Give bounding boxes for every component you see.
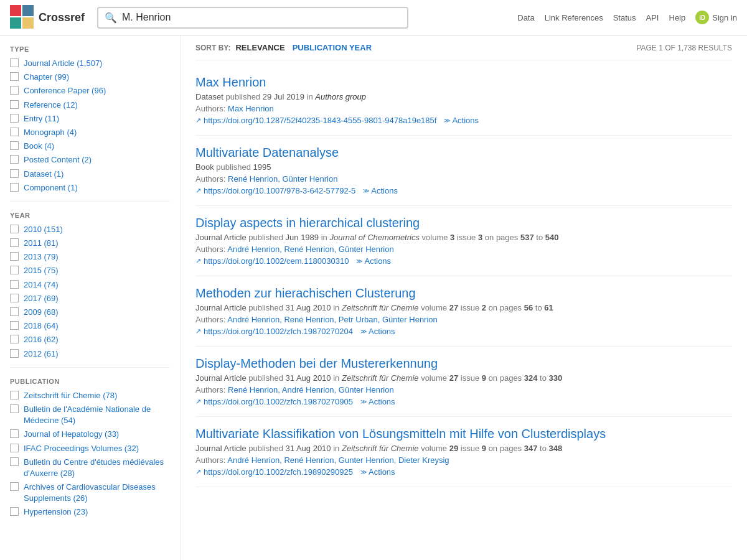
sidebar: TYPE Journal Article (1,507)Chapter (99)… — [0, 35, 181, 560]
result-title[interactable]: Display aspects in hierarchical clusteri… — [195, 216, 732, 230]
year-filter-item[interactable]: 2013 (79) — [10, 251, 170, 263]
year-checkbox[interactable] — [10, 225, 19, 233]
actions-button[interactable]: ≫ Actions — [444, 116, 479, 125]
result-authors: Authors: René Henrion, Günter Henrion — [195, 174, 732, 184]
year-filter-item[interactable]: 2010 (151) — [10, 224, 170, 235]
type-checkbox[interactable] — [10, 72, 19, 81]
type-section-title: TYPE — [10, 45, 170, 53]
doi-link[interactable]: ↗ https://doi.org/10.1287/52f40235-1843-… — [195, 116, 436, 125]
nav-data[interactable]: Data — [517, 13, 534, 22]
search-bar[interactable]: 🔍 — [97, 7, 408, 29]
year-filter-label: 2009 (68) — [24, 307, 59, 318]
result-title[interactable]: Multivariate Klassifikation von Lösungsm… — [195, 427, 732, 441]
year-checkbox[interactable] — [10, 280, 19, 289]
year-filter-item[interactable]: 2014 (74) — [10, 279, 170, 291]
publication-filter-item[interactable]: Bulletin du Centre d'études médiévales d… — [10, 457, 170, 479]
year-checkbox[interactable] — [10, 335, 19, 343]
actions-button[interactable]: ≫ Actions — [360, 397, 395, 406]
publication-filter-item[interactable]: Journal of Hepatology (33) — [10, 429, 170, 440]
type-checkbox[interactable] — [10, 183, 19, 192]
year-checkbox[interactable] — [10, 294, 19, 302]
doi-link[interactable]: ↗ https://doi.org/10.1002/zfch.198702709… — [195, 397, 353, 406]
result-item: Methoden zur hierachischen Clusterung Jo… — [195, 276, 732, 347]
type-filter-item[interactable]: Book (4) — [10, 141, 170, 152]
nav-status[interactable]: Status — [613, 13, 636, 22]
type-filter-item[interactable]: Conference Paper (96) — [10, 85, 170, 96]
publication-filter-item[interactable]: Archives of Cardiovascular Diseases Supp… — [10, 482, 170, 504]
type-checkbox[interactable] — [10, 169, 19, 178]
pub-checkbox[interactable] — [10, 482, 19, 491]
type-checkbox[interactable] — [10, 155, 19, 164]
search-input[interactable] — [122, 12, 401, 23]
year-filter-item[interactable]: 2016 (62) — [10, 334, 170, 345]
type-checkbox[interactable] — [10, 128, 19, 136]
pub-checkbox[interactable] — [10, 444, 19, 452]
type-filter-item[interactable]: Entry (11) — [10, 113, 170, 124]
svg-rect-1 — [22, 5, 34, 16]
year-filter-item[interactable]: 2009 (68) — [10, 307, 170, 318]
actions-button[interactable]: ≫ Actions — [356, 256, 391, 266]
sign-in-button[interactable]: iD Sign in — [695, 11, 737, 24]
result-title[interactable]: Multivariate Datenanalyse — [195, 146, 732, 160]
result-item: Display aspects in hierarchical clusteri… — [195, 206, 732, 276]
year-checkbox[interactable] — [10, 252, 19, 261]
doi-link[interactable]: ↗ https://doi.org/10.1002/cem.1180030310 — [195, 256, 349, 266]
result-meta: Journal Article published 31 Aug 2010 in… — [195, 444, 732, 453]
type-filter-item[interactable]: Reference (12) — [10, 100, 170, 111]
publication-filter-item[interactable]: Bulletin de l'Académie Nationale de Méde… — [10, 404, 170, 426]
type-filter-item[interactable]: Component (1) — [10, 182, 170, 194]
type-checkbox[interactable] — [10, 141, 19, 150]
year-checkbox[interactable] — [10, 349, 19, 358]
year-filter-item[interactable]: 2015 (75) — [10, 265, 170, 276]
sort-relevance[interactable]: RELEVANCE — [235, 43, 284, 52]
type-filter-label: Entry (11) — [24, 113, 59, 124]
year-filter-item[interactable]: 2017 (69) — [10, 293, 170, 304]
type-filter-label: Reference (12) — [24, 100, 78, 111]
actions-button[interactable]: ≫ Actions — [363, 186, 398, 195]
logo[interactable]: Crossref — [10, 5, 85, 30]
result-links: ↗ https://doi.org/10.1287/52f40235-1843-… — [195, 116, 732, 125]
type-filter-item[interactable]: Dataset (1) — [10, 169, 170, 180]
nav-link-references[interactable]: Link References — [545, 13, 603, 22]
publication-filter-item[interactable]: Hypertension (23) — [10, 506, 170, 518]
type-filter-item[interactable]: Posted Content (2) — [10, 154, 170, 166]
actions-button[interactable]: ≫ Actions — [360, 467, 395, 477]
sort-publication-year[interactable]: PUBLICATION YEAR — [293, 43, 372, 52]
type-checkbox[interactable] — [10, 114, 19, 123]
type-checkbox[interactable] — [10, 86, 19, 95]
type-filter-item[interactable]: Journal Article (1,507) — [10, 58, 170, 69]
pub-checkbox[interactable] — [10, 429, 19, 438]
year-filter-item[interactable]: 2018 (64) — [10, 320, 170, 332]
year-checkbox[interactable] — [10, 266, 19, 274]
doi-link[interactable]: ↗ https://doi.org/10.1007/978-3-642-5779… — [195, 186, 355, 195]
year-checkbox[interactable] — [10, 238, 19, 247]
result-title[interactable]: Methoden zur hierachischen Clusterung — [195, 286, 732, 301]
doi-link[interactable]: ↗ https://doi.org/10.1002/zfch.198702702… — [195, 327, 353, 336]
chevron-down-icon: ≫ — [363, 187, 369, 194]
nav-api[interactable]: API — [646, 13, 659, 22]
year-filter-item[interactable]: 2011 (81) — [10, 238, 170, 249]
year-checkbox[interactable] — [10, 321, 19, 330]
search-icon: 🔍 — [105, 12, 117, 24]
pub-checkbox[interactable] — [10, 391, 19, 399]
type-checkbox[interactable] — [10, 58, 19, 67]
pub-filter-label: Zeitschrift für Chemie (78) — [24, 390, 117, 401]
pub-checkbox[interactable] — [10, 404, 19, 413]
publication-filter-item[interactable]: Zeitschrift für Chemie (78) — [10, 390, 170, 401]
nav-help[interactable]: Help — [669, 13, 686, 22]
publication-filter-item[interactable]: IFAC Proceedings Volumes (32) — [10, 443, 170, 454]
result-title[interactable]: Max Henrion — [195, 75, 732, 90]
pub-checkbox[interactable] — [10, 507, 19, 516]
result-item: Max Henrion Dataset published 29 Jul 201… — [195, 65, 732, 136]
type-filter-item[interactable]: Monograph (4) — [10, 127, 170, 138]
doi-link[interactable]: ↗ https://doi.org/10.1002/zfch.198902909… — [195, 467, 353, 477]
chevron-down-icon: ≫ — [356, 258, 362, 264]
year-filter-item[interactable]: 2012 (61) — [10, 348, 170, 360]
type-filter-item[interactable]: Chapter (99) — [10, 72, 170, 83]
type-checkbox[interactable] — [10, 100, 19, 109]
type-filter-label: Chapter (99) — [24, 72, 69, 83]
result-title[interactable]: Display-Methoden bei der Mustererkennung — [195, 357, 732, 371]
pub-checkbox[interactable] — [10, 457, 19, 466]
year-checkbox[interactable] — [10, 307, 19, 316]
actions-button[interactable]: ≫ Actions — [360, 327, 395, 336]
